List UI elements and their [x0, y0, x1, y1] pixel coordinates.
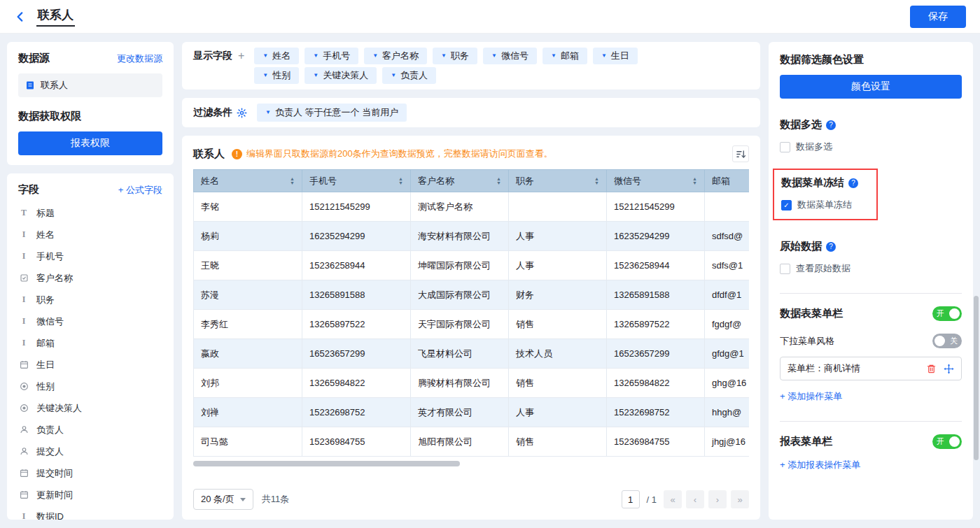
sort-order-icon[interactable] — [732, 145, 749, 162]
question-icon[interactable]: ? — [848, 178, 858, 188]
first-page-button[interactable]: « — [664, 490, 682, 508]
add-report-action-menu-link[interactable]: + 添加报表操作菜单 — [780, 459, 860, 471]
table-cell: 腾骏材料有限公司 — [411, 369, 509, 398]
table-menu-toggle[interactable]: 开 — [932, 306, 962, 321]
question-icon[interactable]: ? — [826, 120, 836, 130]
field-list: T标题 I姓名 I手机号 客户名称 I职务 I微信号 I邮箱 生日 性别 关键决… — [18, 202, 162, 520]
field-item-wechat[interactable]: I微信号 — [18, 311, 162, 332]
column-header-customer[interactable]: 客户名称▲▼ — [411, 170, 509, 192]
display-chip-name[interactable]: ▼姓名 — [254, 48, 299, 64]
sort-arrows-icon[interactable]: ▲▼ — [496, 177, 501, 185]
sort-arrows-icon[interactable]: ▲▼ — [692, 177, 697, 185]
sort-arrows-icon[interactable]: ▲▼ — [398, 177, 403, 185]
table-cell: 杨莉 — [194, 222, 302, 251]
current-page[interactable]: 1 — [622, 490, 640, 508]
question-icon[interactable]: ? — [826, 242, 836, 252]
content-area: 数据源 更改数据源 联系人 数据获取权限 报表权限 字段 + 公式字段 T标题 … — [0, 34, 980, 528]
field-item-data-id[interactable]: I数据ID — [18, 506, 162, 520]
next-page-button[interactable]: › — [708, 490, 727, 508]
table-row: 李铭152121545299测试客户名称152121545299 — [194, 192, 750, 222]
table-row: 杨莉16235294299海安材料有限公司人事16235294299sdfsd@ — [194, 222, 750, 251]
field-label: 关键决策人 — [36, 402, 82, 415]
color-settings-button[interactable]: 颜色设置 — [780, 75, 962, 99]
display-chip-keyperson[interactable]: ▼关键决策人 — [304, 67, 377, 84]
table-cell: 坤曜国际有限公司 — [411, 251, 509, 280]
column-header-job[interactable]: 职务▲▼ — [509, 170, 607, 192]
field-item-phone[interactable]: I手机号 — [18, 245, 162, 267]
menu-freeze-checkbox[interactable]: ✓ — [781, 200, 792, 211]
field-item-customer[interactable]: 客户名称 — [18, 267, 162, 289]
field-item-keyperson[interactable]: 关键决策人 — [18, 397, 162, 419]
datasource-item[interactable]: 联系人 — [18, 73, 162, 97]
horizontal-scrollbar-thumb[interactable] — [193, 461, 460, 466]
menu-bar-item: 菜单栏：商机详情 — [780, 357, 962, 380]
sort-arrows-icon[interactable]: ▲▼ — [290, 177, 295, 185]
field-item-owner[interactable]: 负责人 — [18, 419, 162, 441]
display-chip-email[interactable]: ▼邮箱 — [542, 48, 587, 64]
add-display-field-icon[interactable]: + — [238, 50, 244, 62]
multi-select-section: 数据多选 ? — [780, 118, 962, 131]
multi-select-checkbox-row[interactable]: 数据多选 — [780, 141, 962, 153]
display-chip-job[interactable]: ▼职务 — [433, 48, 477, 64]
field-item-job[interactable]: I职务 — [18, 289, 162, 311]
text-field-icon: I — [18, 338, 29, 348]
page-size-value: 20 条/页 — [201, 493, 234, 506]
display-chip-birthday[interactable]: ▼生日 — [593, 48, 638, 64]
menu-freeze-checkbox-row[interactable]: ✓ 数据菜单冻结 — [781, 199, 858, 211]
display-chip-owner[interactable]: ▼负责人 — [382, 67, 436, 84]
field-item-name[interactable]: I姓名 — [18, 224, 162, 245]
add-formula-field-link[interactable]: + 公式字段 — [118, 184, 162, 197]
dropdown-style-label: 下拉菜单风格 — [780, 335, 834, 348]
field-label: 提交人 — [36, 445, 64, 458]
calendar-icon — [18, 490, 29, 499]
display-chip-phone[interactable]: ▼手机号 — [304, 48, 358, 64]
report-menu-toggle[interactable]: 开 — [932, 434, 962, 449]
move-icon[interactable] — [944, 364, 954, 374]
table-cell: 刘邦 — [194, 369, 302, 398]
field-item-email[interactable]: I邮箱 — [18, 332, 162, 354]
dropdown-style-toggle[interactable]: 关 — [932, 334, 962, 348]
field-item-submitter[interactable]: 提交人 — [18, 441, 162, 462]
trash-icon[interactable] — [926, 364, 937, 374]
vertical-scrollbar-thumb[interactable] — [974, 296, 979, 460]
sort-arrows-icon[interactable]: ▲▼ — [594, 177, 599, 185]
column-header-phone[interactable]: 手机号▲▼ — [302, 170, 411, 192]
raw-data-checkbox[interactable] — [780, 264, 790, 274]
prev-page-button[interactable]: ‹ — [686, 490, 704, 508]
table-cell: 人事 — [509, 222, 607, 251]
filter-condition-chip[interactable]: ▼ 负责人 等于任意一个 当前用户 — [257, 104, 407, 122]
change-datasource-link[interactable]: 更改数据源 — [117, 52, 162, 65]
lookup-field-icon — [18, 273, 29, 283]
column-header-wechat[interactable]: 微信号▲▼ — [607, 170, 705, 192]
display-chip-customer[interactable]: ▼客户名称 — [364, 48, 427, 64]
toggle-knob — [949, 436, 960, 447]
save-button[interactable]: 保存 — [910, 6, 966, 28]
field-item-gender[interactable]: 性别 — [18, 376, 162, 397]
field-label: 数据ID — [36, 511, 64, 520]
display-field-chips: ▼姓名 ▼手机号 ▼客户名称 ▼职务 ▼微信号 ▼邮箱 ▼生日 ▼性别 ▼关键决… — [254, 48, 637, 84]
column-header-name[interactable]: 姓名▲▼ — [194, 170, 302, 192]
table-cell: 16235294299 — [607, 222, 705, 251]
field-item-update-time[interactable]: 更新时间 — [18, 484, 162, 506]
report-permission-button[interactable]: 报表权限 — [18, 131, 162, 155]
column-header-email[interactable]: 邮箱▲▼ — [705, 170, 750, 192]
field-item-title[interactable]: T标题 — [18, 202, 162, 224]
page-title[interactable]: 联系人 — [36, 7, 75, 27]
field-item-birthday[interactable]: 生日 — [18, 354, 162, 376]
fields-card: 字段 + 公式字段 T标题 I姓名 I手机号 客户名称 I职务 I微信号 I邮箱… — [7, 173, 174, 520]
display-chip-gender[interactable]: ▼性别 — [254, 67, 299, 84]
table-cell: 13265891588 — [607, 280, 705, 310]
multi-select-checkbox[interactable] — [780, 142, 790, 152]
display-chip-wechat[interactable]: ▼微信号 — [483, 48, 537, 64]
chevron-down-icon: ▼ — [551, 53, 556, 59]
chip-label: 手机号 — [323, 50, 350, 62]
page-size-select[interactable]: 20 条/页 — [193, 489, 253, 510]
gear-icon[interactable] — [237, 108, 247, 118]
raw-data-checkbox-row[interactable]: 查看原始数据 — [780, 262, 962, 275]
back-icon[interactable] — [14, 10, 27, 23]
last-page-button[interactable]: » — [731, 490, 749, 508]
data-preview-card: 联系人 ! 编辑界面只取数据源前200条作为查询数据预览，完整数据请访问页面查看… — [182, 136, 760, 520]
add-action-menu-link[interactable]: + 添加操作菜单 — [780, 390, 842, 403]
chip-label: 性别 — [272, 69, 290, 82]
field-item-submit-time[interactable]: 提交时间 — [18, 462, 162, 484]
